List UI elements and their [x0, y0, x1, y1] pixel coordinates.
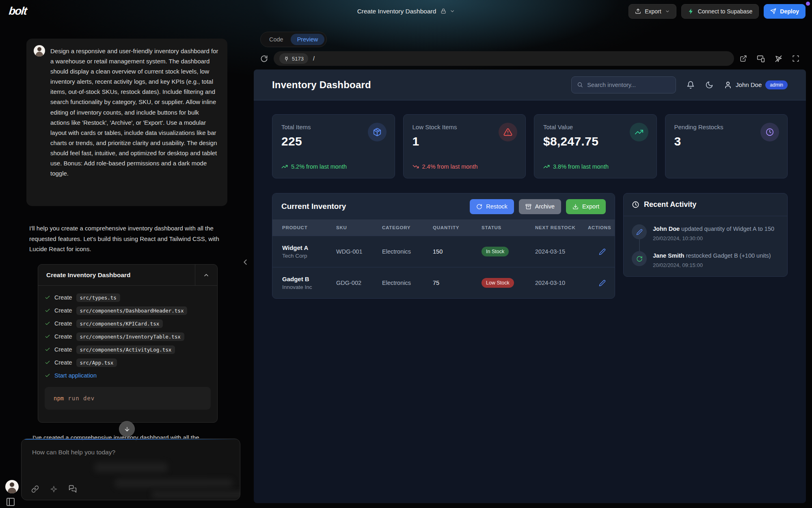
- url-path: /: [313, 55, 315, 62]
- trending-up-icon: [543, 163, 550, 170]
- preview-address-bar: 5173 /: [260, 50, 799, 67]
- alert-triangle-icon: [499, 123, 517, 141]
- status-badge: In Stock: [482, 247, 509, 256]
- panel-left-icon: [6, 497, 15, 507]
- artifact-step: Create src/components/ActivityLog.tsx: [45, 343, 211, 356]
- inventory-title: Current Inventory: [281, 202, 346, 211]
- fullscreen-icon[interactable]: [792, 55, 799, 62]
- app-header: Inventory Dashboard John Doe admin: [254, 69, 806, 100]
- start-application-link[interactable]: Start application: [54, 372, 97, 379]
- responsive-devices-icon[interactable]: [757, 54, 765, 63]
- archive-icon: [525, 204, 531, 210]
- deploy-button[interactable]: Deploy: [764, 4, 806, 19]
- scroll-to-bottom-button[interactable]: [119, 421, 135, 437]
- export-button[interactable]: Export: [628, 4, 676, 19]
- download-icon: [572, 204, 579, 210]
- activity-timestamp: 20/02/2024, 09:15:00: [653, 262, 771, 268]
- file-chip[interactable]: src/components/KPICard.tsx: [76, 319, 163, 328]
- kpi-trend: 2.4% from last month: [412, 163, 478, 170]
- workbench: Code Preview 5173 / Inventory Dashboard: [254, 26, 806, 505]
- collapse-chat-button[interactable]: [241, 256, 250, 268]
- bolt-logo[interactable]: bolt: [8, 5, 27, 17]
- user-avatar: [34, 45, 45, 56]
- account-avatar[interactable]: [5, 480, 19, 493]
- dark-mode-toggle-icon[interactable]: [705, 81, 713, 89]
- edit-row-icon[interactable]: [599, 280, 606, 287]
- connect-supabase-button[interactable]: Connect to Supabase: [681, 4, 759, 19]
- file-chip[interactable]: src/components/DashboardHeader.tsx: [76, 306, 188, 315]
- inventory-table-card: Current Inventory Restock Archive: [272, 193, 615, 299]
- file-chip[interactable]: src/components/InventoryTable.tsx: [76, 332, 184, 341]
- status-badge: Low Stock: [482, 278, 514, 288]
- bell-icon[interactable]: [687, 81, 695, 89]
- check-icon: [45, 373, 50, 378]
- assistant-message: I'll help you create a comprehensive inv…: [29, 223, 223, 254]
- sidebar-toggle-icon[interactable]: [6, 497, 15, 507]
- table-row: Gadget B Innovate Inc GDG-002 Electronic…: [272, 267, 615, 298]
- trending-down-icon: [412, 163, 419, 170]
- table-row: Widget A Tech Corp WDG-001 Electronics 1…: [272, 236, 615, 267]
- plug-icon: [284, 56, 289, 61]
- artifact-steps: Create src/types.ts Create src/component…: [38, 286, 217, 382]
- reload-icon[interactable]: [260, 55, 268, 63]
- kpi-card-total-value: Total Value $8,247.75 3.8% from last mon…: [534, 114, 657, 178]
- file-chip[interactable]: src/types.ts: [76, 293, 120, 302]
- clock-icon: [632, 201, 639, 208]
- chat-input-container: [21, 439, 240, 500]
- preview-frame: Inventory Dashboard John Doe admin: [254, 69, 806, 503]
- inventory-search-input[interactable]: [587, 82, 670, 88]
- quantity-value: 75: [433, 280, 482, 286]
- refresh-icon: [632, 251, 647, 266]
- artifact-step: Create src/components/KPICard.tsx: [45, 317, 211, 330]
- url-input[interactable]: 5173 /: [274, 51, 734, 66]
- project-title-menu[interactable]: Create Inventory Dashboard: [357, 8, 455, 15]
- tab-code[interactable]: Code: [263, 34, 290, 45]
- sparkles-icon[interactable]: [50, 485, 58, 493]
- port-chip[interactable]: 5173: [279, 53, 308, 64]
- notification-dot: [806, 2, 810, 6]
- chevron-down-icon: [449, 9, 455, 14]
- role-badge: admin: [765, 80, 788, 89]
- supabase-icon: [688, 8, 694, 15]
- inspector-pointer-off-icon[interactable]: [775, 55, 782, 63]
- chevron-left-icon: [241, 256, 250, 268]
- redacted-blur: [151, 491, 240, 498]
- project-title: Create Inventory Dashboard: [357, 8, 436, 15]
- chevron-up-icon: [203, 272, 209, 278]
- restock-button[interactable]: Restock: [470, 199, 514, 214]
- open-in-new-tab-icon[interactable]: [740, 55, 747, 62]
- user-name: John Doe: [736, 81, 762, 88]
- chat-input[interactable]: [22, 439, 240, 478]
- export-csv-button[interactable]: Export: [566, 199, 606, 214]
- user-message-text: Design a responsive and user-friendly in…: [50, 45, 219, 178]
- user-menu[interactable]: John Doe admin: [724, 80, 788, 89]
- archive-button[interactable]: Archive: [519, 199, 561, 214]
- refresh-icon: [476, 204, 482, 210]
- file-chip[interactable]: src/components/ActivityLog.tsx: [76, 345, 175, 354]
- trending-up-icon: [281, 163, 288, 170]
- file-chip[interactable]: src/App.tsx: [76, 358, 117, 367]
- redacted-blur: [115, 479, 233, 488]
- edit-row-icon[interactable]: [599, 248, 606, 255]
- code-preview-toggle: Code Preview: [260, 32, 327, 47]
- artifact-step: Create src/App.tsx: [45, 356, 211, 369]
- check-icon: [45, 308, 50, 313]
- artifact-title: Create Inventory Dashboard: [38, 265, 195, 285]
- collapse-artifact-button[interactable]: [195, 265, 217, 285]
- terminal-command: npmrun dev: [45, 387, 211, 410]
- kpi-card-total-items: Total Items 225 5.2% from last month: [272, 114, 395, 178]
- user-message: Design a responsive and user-friendly in…: [26, 39, 227, 206]
- app-title: Inventory Dashboard: [272, 79, 371, 91]
- link-icon[interactable]: [31, 485, 39, 493]
- chat-bubbles-icon[interactable]: [69, 485, 77, 493]
- chat-panel: Design a responsive and user-friendly in…: [0, 22, 254, 508]
- activity-item: John Doe updated quantity of Widget A to…: [632, 224, 779, 241]
- tab-preview[interactable]: Preview: [291, 34, 325, 45]
- rocket-icon: [770, 8, 776, 14]
- top-bar: bolt Create Inventory Dashboard Export C…: [0, 0, 812, 22]
- check-icon: [45, 321, 50, 326]
- check-icon: [45, 334, 50, 339]
- kpi-trend: 5.2% from last month: [281, 163, 347, 170]
- inventory-search[interactable]: [571, 76, 676, 93]
- activity-item: Jane Smith restocked Gadget B (+100 unit…: [632, 251, 779, 268]
